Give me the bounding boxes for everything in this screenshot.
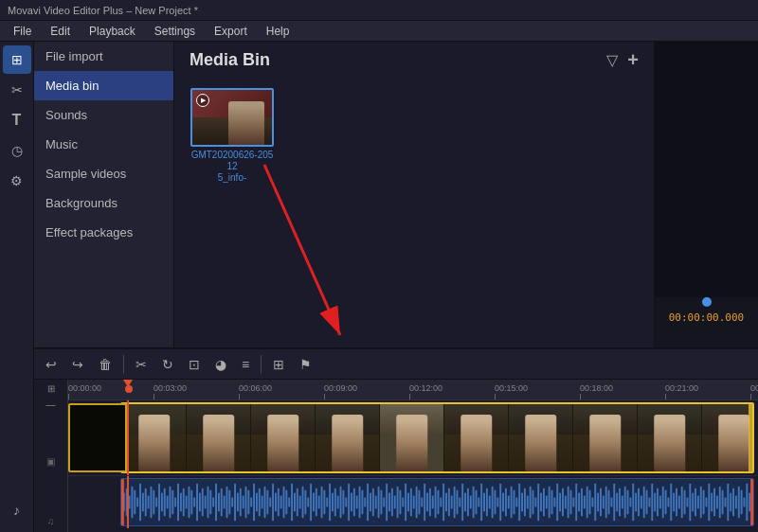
svg-rect-69 [302, 487, 304, 518]
person-6 [460, 415, 493, 471]
playhead-line-audio [127, 476, 129, 528]
svg-rect-189 [627, 490, 629, 514]
svg-rect-31 [199, 493, 201, 512]
filter-icon[interactable]: ▽ [606, 51, 618, 69]
menu-settings[interactable]: Settings [145, 23, 205, 40]
audio-eq-button[interactable]: ≡ [238, 355, 253, 374]
import-tool-btn[interactable]: ⊞ [3, 45, 31, 74]
svg-rect-87 [351, 493, 352, 512]
svg-rect-184 [613, 484, 615, 521]
svg-rect-81 [334, 488, 336, 516]
flag-button[interactable]: ⚑ [296, 355, 316, 374]
svg-rect-86 [348, 484, 350, 521]
redo-button[interactable]: ↪ [68, 355, 87, 374]
svg-rect-21 [171, 490, 173, 514]
svg-rect-30 [196, 484, 198, 521]
svg-rect-36 [212, 498, 214, 507]
ruler-line-7 [665, 394, 666, 399]
svg-rect-8 [136, 498, 138, 507]
ruler-line-4 [409, 394, 410, 399]
zoom-out-btn[interactable]: — [45, 398, 58, 412]
crop-button[interactable]: ⊡ [185, 355, 204, 374]
svg-rect-149 [518, 484, 520, 521]
menu-edit[interactable]: Edit [41, 23, 80, 40]
cut-tool-btn[interactable]: ✂ [3, 76, 31, 104]
svg-rect-134 [478, 498, 479, 507]
svg-rect-154 [532, 490, 534, 514]
svg-rect-127 [459, 498, 460, 507]
sidebar-item-file-import[interactable]: File import [34, 42, 173, 71]
add-media-icon[interactable]: + [627, 49, 639, 71]
svg-rect-208 [678, 496, 680, 509]
delete-button[interactable]: 🗑 [95, 355, 116, 374]
svg-rect-108 [407, 493, 409, 512]
sidebar-item-backgrounds[interactable]: Backgrounds [34, 188, 173, 218]
undo-button[interactable]: ↩ [42, 355, 61, 374]
menu-file[interactable]: File [4, 23, 41, 40]
svg-rect-61 [280, 496, 282, 509]
clip-frame-6 [444, 404, 509, 471]
svg-rect-158 [543, 488, 545, 516]
svg-rect-27 [189, 487, 190, 518]
sidebar-item-sample-videos[interactable]: Sample videos [34, 159, 173, 188]
svg-rect-46 [240, 488, 242, 516]
svg-rect-118 [435, 487, 437, 518]
svg-rect-231 [741, 490, 743, 514]
menu-help[interactable]: Help [257, 23, 299, 40]
svg-rect-148 [515, 498, 517, 507]
svg-rect-225 [725, 498, 727, 507]
rotate-button[interactable]: ↻ [158, 355, 177, 374]
black-clip[interactable] [68, 403, 127, 472]
svg-rect-35 [209, 490, 211, 514]
svg-rect-42 [228, 490, 230, 514]
ruler-line-3 [324, 394, 325, 399]
svg-rect-74 [316, 488, 317, 516]
stabilize-button[interactable]: ⊞ [269, 355, 288, 374]
svg-rect-232 [744, 498, 746, 507]
svg-rect-18 [164, 488, 166, 516]
zoom-in-btn[interactable]: ⊞ [45, 381, 57, 396]
color-button[interactable]: ◕ [211, 355, 230, 374]
media-thumbnail[interactable]: ▶ [190, 88, 274, 147]
svg-rect-64 [288, 498, 290, 507]
sidebar-item-music[interactable]: Music [34, 130, 173, 159]
svg-rect-76 [321, 487, 323, 518]
timeline-ruler-tracks: 00:00:00 00:03:00 00:06:00 00:09:00 00:1… [68, 380, 758, 532]
svg-rect-202 [662, 487, 664, 518]
svg-rect-230 [738, 487, 740, 518]
music-tool-btn[interactable]: ♪ [3, 496, 31, 524]
svg-rect-25 [183, 488, 185, 516]
svg-rect-84 [342, 490, 344, 514]
sidebar-item-media-bin[interactable]: Media bin [34, 71, 173, 100]
menu-export[interactable]: Export [205, 23, 257, 40]
svg-rect-22 [174, 498, 176, 507]
clock-tool-btn[interactable]: ◷ [3, 136, 31, 165]
track-icon-audio: ♫ [47, 516, 55, 526]
timecode-display: 00:00:00.000 [655, 311, 758, 324]
person-2 [203, 415, 235, 471]
svg-rect-196 [646, 490, 648, 514]
svg-rect-185 [616, 493, 618, 512]
sidebar-item-effect-packages[interactable]: Effect packages [34, 218, 173, 247]
svg-rect-62 [283, 487, 285, 518]
svg-rect-193 [638, 488, 640, 516]
sidebar-item-sounds[interactable]: Sounds [34, 100, 173, 130]
svg-rect-226 [727, 484, 729, 521]
svg-rect-167 [568, 487, 569, 518]
menu-playback[interactable]: Playback [80, 23, 145, 40]
svg-rect-90 [359, 487, 361, 518]
svg-rect-147 [514, 490, 515, 514]
video-clip[interactable] [120, 402, 754, 473]
svg-rect-163 [556, 484, 558, 521]
svg-rect-39 [221, 488, 223, 516]
svg-rect-219 [708, 484, 710, 521]
text-tool-btn[interactable]: T [3, 106, 31, 134]
svg-rect-236 [121, 479, 124, 525]
svg-rect-98 [380, 490, 382, 514]
audio-clip[interactable] [120, 478, 754, 526]
ruler-mark-2: 00:06:00 [239, 383, 272, 393]
svg-rect-152 [527, 496, 529, 509]
filter-tool-btn[interactable]: ⚙ [3, 167, 31, 195]
svg-rect-44 [234, 484, 236, 521]
cut-button[interactable]: ✂ [132, 355, 151, 374]
